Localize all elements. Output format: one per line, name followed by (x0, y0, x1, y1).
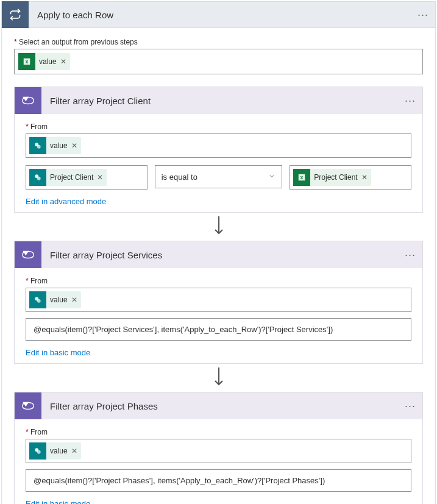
token-project-client-excel[interactable]: x Project Client ✕ (293, 169, 371, 186)
filter-project-phases-title: Filter array Project Phases (41, 401, 398, 411)
from-input[interactable]: value ✕ (26, 133, 411, 158)
filter-project-services-card: Filter array Project Services ··· * From… (14, 241, 423, 364)
token-label: value (50, 296, 68, 304)
svg-text:x: x (26, 59, 29, 65)
more-menu-icon[interactable]: ··· (398, 400, 422, 413)
flow-arrow (14, 213, 423, 241)
filter-icon (15, 241, 41, 268)
operator-label: is equal to (162, 172, 197, 182)
svg-point-5 (37, 177, 41, 180)
token-label: value (50, 447, 68, 455)
output-select-input[interactable]: x value ✕ (14, 49, 423, 74)
apply-to-each-title: Apply to each Row (29, 10, 411, 20)
chevron-down-icon (268, 172, 275, 182)
token-label: Project Client (314, 173, 357, 182)
close-icon[interactable]: ✕ (60, 57, 66, 66)
filter-icon (15, 392, 41, 419)
token-label: Project Client (50, 173, 93, 182)
sharepoint-icon (29, 442, 46, 460)
apply-to-each-header[interactable]: Apply to each Row ··· (1, 1, 436, 28)
condition-operator-select[interactable]: is equal to (155, 165, 283, 188)
more-menu-icon[interactable]: ··· (398, 94, 422, 107)
filter-project-services-title: Filter array Project Services (41, 250, 398, 260)
close-icon[interactable]: ✕ (71, 447, 77, 455)
edit-basic-mode-link[interactable]: Edit in basic mode (26, 499, 90, 504)
svg-point-10 (37, 299, 41, 303)
more-menu-icon[interactable]: ··· (411, 9, 435, 21)
svg-point-13 (37, 450, 41, 454)
token-project-client-sp[interactable]: Project Client ✕ (29, 169, 107, 186)
from-input[interactable]: value ✕ (26, 439, 411, 463)
token-value-excel[interactable]: x value ✕ (18, 53, 70, 70)
expression-input[interactable]: @equals(item()?['Project Phases'], items… (26, 469, 411, 492)
sharepoint-icon (29, 291, 46, 308)
filter-project-phases-header[interactable]: Filter array Project Phases ··· (15, 392, 422, 419)
filter-project-client-header[interactable]: Filter array Project Client ··· (15, 87, 422, 114)
close-icon[interactable]: ✕ (361, 173, 368, 182)
token-value-sp[interactable]: value ✕ (29, 442, 81, 460)
from-label: * From (26, 428, 411, 436)
sharepoint-icon (29, 169, 46, 186)
flow-arrow (14, 364, 423, 392)
token-label: value (39, 57, 57, 66)
close-icon[interactable]: ✕ (97, 173, 103, 182)
filter-project-client-title: Filter array Project Client (41, 96, 398, 106)
expression-input[interactable]: @equals(item()?['Project Services'], ite… (26, 318, 411, 341)
excel-icon: x (18, 53, 35, 70)
token-label: value (50, 141, 68, 150)
edit-basic-mode-link[interactable]: Edit in basic mode (26, 348, 90, 357)
close-icon[interactable]: ✕ (71, 141, 77, 150)
filter-project-client-card: Filter array Project Client ··· * From v… (14, 87, 423, 213)
condition-right-input[interactable]: x Project Client ✕ (290, 165, 411, 190)
token-value-sp[interactable]: value ✕ (29, 291, 81, 308)
excel-icon: x (293, 169, 310, 186)
sharepoint-icon (29, 137, 46, 154)
edit-advanced-mode-link[interactable]: Edit in advanced mode (26, 197, 106, 206)
close-icon[interactable]: ✕ (71, 296, 77, 304)
output-select-label: * Select an output from previous steps (14, 38, 423, 46)
filter-project-phases-card: Filter array Project Phases ··· * From v… (14, 392, 423, 504)
from-label: * From (26, 277, 411, 285)
filter-project-services-header[interactable]: Filter array Project Services ··· (15, 241, 422, 268)
svg-text:x: x (300, 175, 304, 180)
condition-left-input[interactable]: Project Client ✕ (26, 165, 147, 190)
filter-icon (15, 87, 41, 114)
svg-point-3 (37, 145, 41, 149)
apply-to-each-body: * Select an output from previous steps x… (1, 28, 436, 504)
from-label: * From (26, 122, 411, 131)
more-menu-icon[interactable]: ··· (398, 249, 422, 261)
from-input[interactable]: value ✕ (26, 288, 411, 312)
loop-icon (2, 1, 29, 28)
token-value-sp[interactable]: value ✕ (29, 137, 81, 154)
